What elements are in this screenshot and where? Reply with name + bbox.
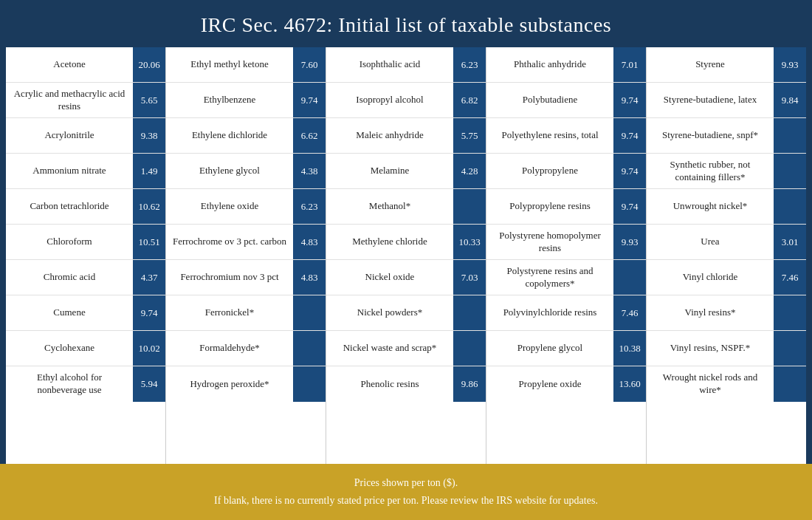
substance-value: 6.62 (293, 118, 326, 153)
substance-value: 4.83 (293, 260, 326, 295)
substance-value: 13.60 (613, 366, 646, 402)
column-2: Ethyl methyl ketone7.60Ethylbenzene9.74E… (166, 47, 326, 464)
substance-value: 4.37 (133, 260, 165, 295)
substance-name: Ethyl methyl ketone (166, 54, 293, 75)
substance-name: Nickel waste and scrap* (326, 338, 453, 359)
substance-value: 9.74 (293, 83, 326, 117)
table-row: Styrene-butadiene, latex9.84 (647, 83, 806, 118)
table-row: Polystyrene homopolymer resins9.93 (486, 225, 646, 260)
table-row: Propylene oxide13.60 (486, 366, 646, 402)
footer-line2: If blank, there is no currently stated p… (15, 492, 797, 510)
substance-name: Nickel powders* (326, 302, 453, 324)
substance-name: Vinyl chloride (647, 267, 774, 288)
substance-name: Polybutadiene (486, 89, 613, 111)
substance-value: 9.93 (774, 47, 806, 82)
substance-name: Polyethylene resins, total (486, 125, 613, 146)
column-1: Acetone20.06Acrylic and methacrylic acid… (6, 47, 166, 464)
substance-name: Methylene chloride (326, 231, 453, 253)
table-row: Ferrochrome ov 3 pct. carbon4.83 (166, 225, 326, 260)
substance-value: 9.74 (613, 189, 646, 224)
substance-value-empty (293, 366, 326, 402)
table-row: Wrought nickel rods and wire* (647, 366, 806, 402)
substance-value: 10.62 (133, 189, 165, 224)
substance-value: 10.38 (613, 331, 646, 366)
substance-value: 9.74 (613, 118, 646, 153)
table-row: Ethyl methyl ketone7.60 (166, 47, 326, 83)
substance-value: 20.06 (133, 47, 165, 82)
substance-value-empty (774, 331, 806, 366)
substance-name: Carbon tetrachloride (6, 196, 133, 217)
substance-name: Hydrogen peroxide* (166, 374, 293, 395)
substance-name: Polypropylene (486, 160, 613, 182)
substance-value: 7.60 (293, 47, 326, 82)
substance-name: Acetone (6, 54, 133, 75)
substance-name: Ferronickel* (166, 302, 293, 324)
table-row: Ammonium nitrate1.49 (6, 154, 165, 189)
page-title: IRC Sec. 4672: Initial list of taxable s… (15, 13, 797, 37)
substance-name: Melamine (326, 160, 453, 182)
substance-name: Wrought nickel rods and wire* (647, 367, 774, 401)
table-row: Styrene-butadiene, snpf* (647, 118, 806, 154)
table-row: Polybutadiene9.74 (486, 83, 646, 118)
substance-name: Acrylonitrile (6, 125, 133, 146)
table-row: Acrylonitrile9.38 (6, 118, 165, 154)
substance-value: 4.83 (293, 225, 326, 259)
table-row: Acrylic and methacrylic acid resins5.65 (6, 83, 165, 118)
table-row: Maleic anhydride5.75 (326, 118, 486, 154)
table-row: Formaldehyde* (166, 331, 326, 366)
substance-value-empty (293, 331, 326, 366)
substance-name: Propylene glycol (486, 338, 613, 359)
substance-name: Vinyl resins, NSPF.* (647, 338, 774, 359)
substance-name: Ethylene glycol (166, 160, 293, 182)
substance-value: 10.02 (133, 331, 165, 366)
substance-name: Ferrochrome ov 3 pct. carbon (166, 231, 293, 253)
substance-name: Synthetic rubber, not containing fillers… (647, 154, 774, 188)
table-row: Ethyl alcohol for nonbeverage use5.94 (6, 366, 165, 402)
substance-value-empty (453, 295, 486, 330)
substance-value-empty (453, 331, 486, 366)
substance-value: 7.46 (774, 260, 806, 295)
column-3: Isophthalic acid6.23Isopropyl alcohol6.8… (326, 47, 486, 464)
substance-value-empty (774, 118, 806, 153)
substance-name: Methanol* (326, 196, 453, 217)
table-row: Ferronickel* (166, 295, 326, 331)
page-header: IRC Sec. 4672: Initial list of taxable s… (0, 0, 812, 47)
table-row: Nickel waste and scrap* (326, 331, 486, 366)
substance-name: Vinyl resins* (647, 302, 774, 324)
substance-name: Styrene-butadiene, snpf* (647, 125, 774, 146)
table-row: Polypropylene resins9.74 (486, 189, 646, 225)
column-5: Styrene9.93Styrene-butadiene, latex9.84S… (647, 47, 806, 464)
table-row: Polystyrene resins and copolymers* (486, 260, 646, 295)
substance-value: 3.01 (774, 225, 806, 259)
table-row: Ethylene dichloride6.62 (166, 118, 326, 154)
footer: Prices shown per ton ($). If blank, ther… (0, 464, 812, 520)
table-row: Methylene chloride10.33 (326, 225, 486, 260)
substance-value: 7.01 (613, 47, 646, 82)
substance-name: Styrene (647, 54, 774, 75)
table-row: Propylene glycol10.38 (486, 331, 646, 366)
table-row: Cyclohexane10.02 (6, 331, 165, 366)
substance-value: 4.28 (453, 154, 486, 188)
substance-name: Ethylene oxide (166, 196, 293, 217)
substance-value: 5.65 (133, 83, 165, 117)
table-row: Unwrought nickel* (647, 189, 806, 225)
substance-value: 6.23 (293, 189, 326, 224)
table-row: Ethylbenzene9.74 (166, 83, 326, 118)
table-row: Ethylene glycol4.38 (166, 154, 326, 189)
substance-name: Ethylene dichloride (166, 125, 293, 146)
substance-value: 9.74 (133, 295, 165, 330)
substance-name: Styrene-butadiene, latex (647, 89, 774, 111)
substance-value: 5.75 (453, 118, 486, 153)
substance-value-empty (774, 295, 806, 330)
substance-name: Phenolic resins (326, 374, 453, 395)
table-row: Isophthalic acid6.23 (326, 47, 486, 83)
substance-value-empty (613, 260, 646, 295)
substance-value: 9.74 (613, 83, 646, 117)
substance-value: 9.84 (774, 83, 806, 117)
substance-value: 4.38 (293, 154, 326, 188)
substance-name: Acrylic and methacrylic acid resins (6, 83, 133, 117)
substance-name: Isophthalic acid (326, 54, 453, 75)
substance-name: Formaldehyde* (166, 338, 293, 359)
substance-name: Phthalic anhydride (486, 54, 613, 75)
substance-value: 10.33 (453, 225, 486, 259)
